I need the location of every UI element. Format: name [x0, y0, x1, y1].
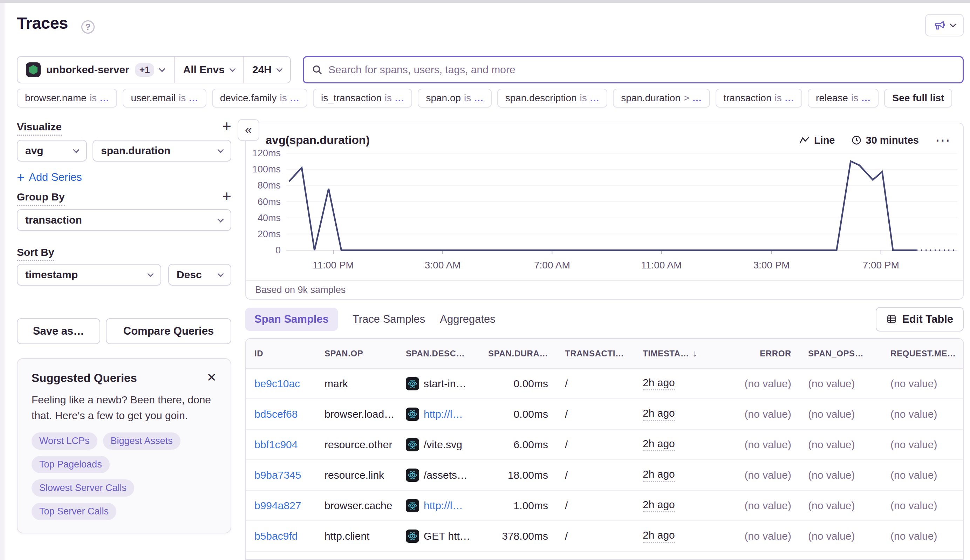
suggested-query-chip[interactable]: Slowest Server Calls — [32, 479, 134, 497]
cell-span-duration: 1.00ms — [482, 500, 557, 512]
span-id-link[interactable]: bd5cef68 — [254, 408, 298, 420]
timestamp-value[interactable]: 2h ago — [643, 499, 675, 512]
timestamp-value[interactable]: 2h ago — [643, 468, 675, 482]
add-visualize-button[interactable]: + — [222, 121, 231, 132]
chevron-down-icon — [217, 147, 223, 153]
visualize-heading: Visualize — [17, 121, 62, 136]
edit-table-button[interactable]: Edit Table — [876, 307, 964, 332]
filter-chip[interactable]: transactionis... — [716, 89, 802, 108]
span-id-link[interactable]: be9c10ac — [254, 378, 300, 390]
column-header[interactable]: TIMESTA…↓ — [634, 348, 737, 359]
tab-trace-samples[interactable]: Trace Samples — [353, 308, 425, 331]
filter-chip[interactable]: releaseis... — [808, 89, 878, 108]
sort-field-select[interactable]: timestamp — [17, 264, 161, 286]
date-range-value: 24H — [252, 64, 272, 76]
column-header[interactable]: REQUEST.ME… — [882, 349, 964, 358]
span-description-text[interactable]: http://l… — [424, 408, 463, 420]
column-header[interactable]: SPAN_OPS… — [800, 349, 882, 358]
filter-chip[interactable]: device.familyis... — [212, 89, 307, 108]
field-select[interactable]: span.duration — [93, 140, 231, 162]
suggested-query-chip[interactable]: Biggest Assets — [103, 432, 180, 450]
y-axis-tick-label: 60ms — [258, 197, 281, 207]
add-group-by-button[interactable]: + — [222, 191, 231, 202]
tab-aggregates[interactable]: Aggregates — [440, 308, 495, 331]
suggested-query-chip[interactable]: Top Pageloads — [32, 456, 110, 473]
cell-timestamp: 2h ago — [634, 438, 737, 452]
cell-error: (no value) — [737, 408, 800, 420]
date-range-selector[interactable]: 24H — [244, 57, 290, 83]
aggregate-select[interactable]: avg — [17, 140, 87, 162]
span-id-link[interactable]: bbf1c904 — [254, 439, 298, 451]
cell-span-description: http://l… — [397, 408, 482, 421]
timestamp-value[interactable]: 2h ago — [643, 377, 675, 390]
column-header[interactable]: TRANSACTI… — [557, 349, 634, 358]
cell-id: bbf1c904 — [246, 439, 316, 451]
whats-new-button[interactable] — [925, 14, 964, 37]
column-header[interactable]: ID — [246, 349, 316, 358]
group-by-select[interactable]: transaction — [17, 209, 231, 231]
span-id-link[interactable]: b994a827 — [254, 500, 301, 512]
filter-chip[interactable]: user.emailis... — [123, 89, 206, 108]
filter-chip[interactable]: is_transactionis... — [313, 89, 412, 108]
help-icon[interactable]: ? — [81, 20, 95, 33]
cell-span-ops: (no value) — [800, 500, 882, 512]
project-extra-badge: +1 — [135, 63, 155, 77]
chip-value: ... — [290, 93, 299, 104]
column-header[interactable]: ERROR — [737, 349, 800, 358]
span-description-text: /vite.svg — [424, 439, 462, 451]
add-series-label: Add Series — [29, 171, 82, 183]
timestamp-value[interactable]: 2h ago — [643, 529, 675, 543]
close-icon[interactable]: ✕ — [207, 372, 217, 383]
filter-chip[interactable]: span.duration>... — [613, 89, 710, 108]
cell-error: (no value) — [737, 469, 800, 481]
suggested-queries-body: Feeling like a newb? Been there, done th… — [32, 392, 217, 423]
timestamp-value[interactable]: 2h ago — [643, 438, 675, 452]
chip-value: ... — [189, 93, 198, 104]
react-icon — [406, 468, 419, 482]
filter-chip[interactable]: browser.nameis... — [17, 89, 117, 108]
filter-chip[interactable]: span.descriptionis... — [497, 89, 607, 108]
chip-key: span.op — [426, 93, 461, 104]
save-as-button[interactable]: Save as… — [17, 318, 100, 344]
window-top-edge — [0, 0, 970, 3]
timestamp-value[interactable]: 2h ago — [643, 407, 675, 421]
environment-selector[interactable]: All Envs — [175, 57, 243, 83]
cell-id: be9c10ac — [246, 378, 316, 390]
project-selector[interactable]: unborked-server +1 — [18, 57, 174, 83]
cell-span-duration: 6.00ms — [482, 439, 557, 451]
cell-span-duration: 18.00ms — [482, 469, 557, 481]
span-description-text: start-in… — [424, 378, 467, 390]
chevron-down-icon — [147, 270, 153, 277]
search-input[interactable] — [328, 64, 955, 76]
tab-span-samples[interactable]: Span Samples — [245, 308, 338, 331]
span-description-text[interactable]: http://l… — [424, 500, 463, 512]
column-header[interactable]: SPAN.DESC… — [397, 349, 482, 358]
sort-by-heading: Sort By — [17, 247, 54, 261]
collapse-sidebar-button[interactable]: « — [238, 119, 259, 141]
line-chart: 120ms100ms80ms60ms40ms20ms011:00 PM3:00 … — [246, 123, 963, 280]
cell-timestamp: 2h ago — [634, 499, 737, 512]
add-series-button[interactable]: + Add Series — [17, 172, 231, 183]
cell-id: b994a827 — [246, 500, 316, 512]
span-id-link[interactable]: b9ba7345 — [254, 469, 301, 481]
suggested-query-chip[interactable]: Top Server Calls — [32, 503, 116, 520]
cell-span-op: browser.load… — [316, 408, 397, 420]
column-header[interactable]: SPAN.OP — [316, 349, 397, 358]
cell-span-duration: 0.00ms — [482, 378, 557, 390]
column-header[interactable]: SPAN.DURA… — [482, 349, 557, 358]
cell-span-ops: (no value) — [800, 408, 882, 420]
cell-span-ops: (no value) — [800, 378, 882, 390]
search-bar[interactable] — [303, 56, 964, 83]
table-row: b5bac9fdhttp.clientGET htt…378.00ms/2h a… — [246, 521, 963, 552]
cell-span-op: browser.cache — [316, 500, 397, 512]
cell-error: (no value) — [737, 530, 800, 542]
cell-id: bd5cef68 — [246, 408, 316, 420]
y-axis-tick-label: 80ms — [258, 180, 281, 191]
suggested-query-chip[interactable]: Worst LCPs — [32, 432, 97, 450]
sort-direction-select[interactable]: Desc — [168, 264, 231, 286]
filter-chip[interactable]: span.opis... — [418, 89, 491, 108]
cell-span-op: resource.link — [316, 469, 397, 481]
compare-queries-button[interactable]: Compare Queries — [106, 318, 231, 344]
see-full-list-button[interactable]: See full list — [884, 89, 952, 108]
span-id-link[interactable]: b5bac9fd — [254, 530, 298, 542]
